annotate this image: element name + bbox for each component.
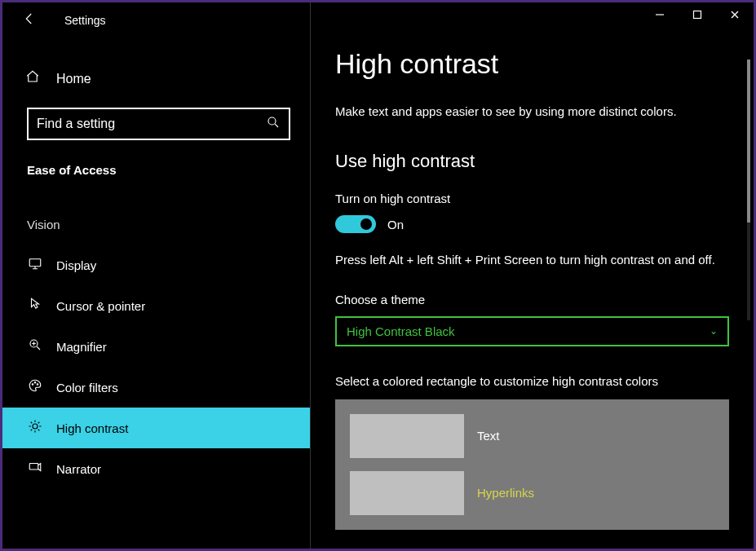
- content-scroll: High contrast Make text and apps easier …: [311, 2, 754, 549]
- back-arrow-icon[interactable]: [22, 11, 37, 30]
- palette-icon: [27, 378, 43, 396]
- sidebar-item-label: Display: [56, 258, 96, 272]
- section-use-highcontrast: Use high contrast: [335, 151, 729, 172]
- color-label: Text: [477, 429, 500, 443]
- svg-point-5: [37, 384, 38, 386]
- page-description: Make text and apps easier to see by usin…: [335, 104, 729, 118]
- magnifier-icon: [27, 337, 43, 355]
- scrollbar[interactable]: [747, 60, 750, 320]
- sidebar-item-label: High contrast: [56, 421, 128, 435]
- minimize-button[interactable]: [641, 2, 679, 27]
- theme-label: Choose a theme: [335, 293, 729, 306]
- theme-dropdown-value: High Contrast Black: [347, 324, 455, 338]
- scrollbar-thumb[interactable]: [747, 60, 750, 223]
- toggle-knob: [360, 218, 372, 230]
- sidebar-item-label: Narrator: [56, 462, 101, 476]
- toggle-state-label: On: [387, 218, 404, 231]
- color-swatch-hyperlinks[interactable]: [350, 471, 464, 515]
- home-icon: [25, 69, 40, 88]
- sidebar-item-label: Color filters: [56, 381, 118, 395]
- sidebar-item-magnifier[interactable]: Magnifier: [2, 326, 310, 367]
- sidebar-item-display[interactable]: Display: [2, 245, 310, 285]
- color-panel: Text Hyperlinks: [335, 399, 729, 530]
- sidebar-item-colorfilters[interactable]: Color filters: [2, 367, 310, 408]
- display-icon: [27, 256, 43, 274]
- sidebar-item-highcontrast[interactable]: High contrast: [2, 408, 310, 448]
- svg-point-6: [33, 424, 38, 429]
- section-label: Vision: [2, 185, 310, 245]
- svg-rect-1: [29, 259, 41, 267]
- maximize-button[interactable]: [679, 2, 716, 27]
- home-button[interactable]: Home: [2, 55, 310, 103]
- shortcut-hint: Press left Alt + left Shift + Print Scre…: [335, 251, 727, 270]
- brightness-icon: [27, 419, 43, 437]
- color-row-hyperlinks: Hyperlinks: [350, 471, 714, 515]
- sidebar-item-label: Magnifier: [56, 340, 107, 354]
- sidebar-item-narrator[interactable]: Narrator: [2, 448, 310, 489]
- color-swatch-text[interactable]: [350, 414, 464, 458]
- sidebar-item-label: Cursor & pointer: [56, 299, 145, 313]
- home-label: Home: [56, 72, 91, 86]
- settings-window: Settings Home Ease of Access Vision Disp…: [2, 2, 754, 549]
- highcontrast-toggle[interactable]: [335, 215, 376, 233]
- app-title: Settings: [64, 14, 106, 27]
- header: Settings: [2, 2, 310, 38]
- toggle-caption: Turn on high contrast: [335, 192, 729, 205]
- search-icon: [266, 115, 281, 133]
- color-label: Hyperlinks: [477, 486, 534, 500]
- sidebar-item-cursor[interactable]: Cursor & pointer: [2, 285, 310, 326]
- toggle-row: On: [335, 215, 729, 233]
- svg-point-3: [32, 384, 33, 386]
- close-button[interactable]: [716, 2, 754, 27]
- customize-label: Select a colored rectangle to customize …: [335, 374, 729, 388]
- titlebar: [641, 2, 754, 27]
- svg-point-4: [34, 382, 36, 384]
- page-title: High contrast: [335, 48, 729, 80]
- content-pane: High contrast Make text and apps easier …: [311, 2, 754, 549]
- sidebar: Settings Home Ease of Access Vision Disp…: [2, 2, 311, 549]
- color-row-text: Text: [350, 414, 714, 458]
- chevron-down-icon: ⌄: [710, 325, 718, 337]
- theme-dropdown[interactable]: High Contrast Black ⌄: [335, 316, 729, 346]
- svg-rect-7: [29, 464, 38, 470]
- search-box[interactable]: [27, 108, 290, 140]
- narrator-icon: [27, 460, 43, 478]
- search-input[interactable]: [37, 117, 266, 131]
- cursor-icon: [27, 297, 43, 315]
- svg-rect-8: [694, 11, 701, 19]
- svg-point-0: [268, 117, 276, 125]
- category-label: Ease of Access: [2, 155, 310, 185]
